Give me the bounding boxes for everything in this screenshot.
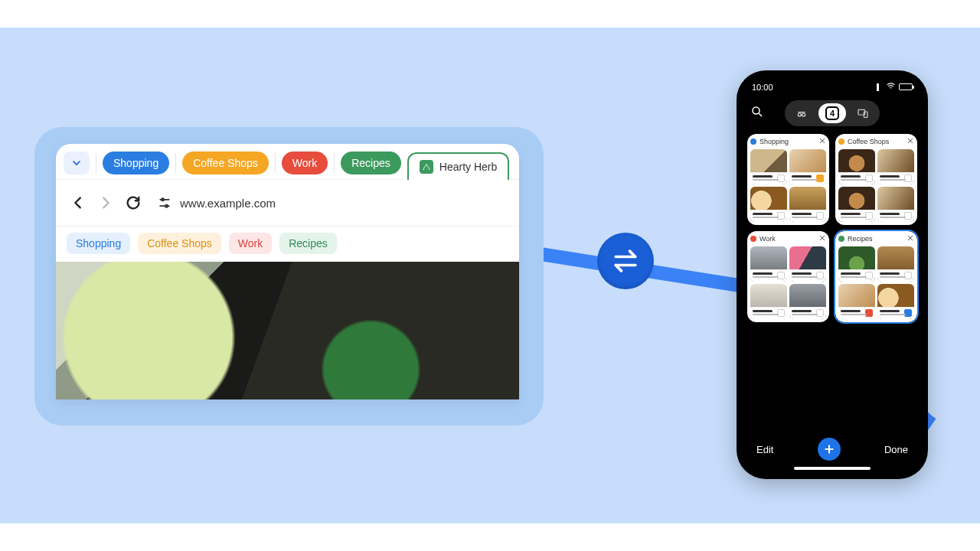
other-devices-button[interactable] [849, 103, 877, 123]
forward-icon[interactable] [97, 194, 114, 211]
group-dot-icon [750, 139, 756, 145]
close-group-button[interactable] [818, 137, 826, 146]
group-dot-icon [838, 236, 844, 242]
promo-stage: Shopping Coffee Shops Work Recipes Heart… [0, 28, 980, 523]
tab-thumbnail[interactable] [877, 149, 914, 184]
done-button[interactable]: Done [884, 444, 908, 455]
group-card-shopping[interactable]: Shopping [747, 134, 829, 225]
chip-coffee-shops[interactable]: Coffee Shops [138, 233, 221, 254]
bookmark-chips: Shopping Coffee Shops Work Recipes [56, 227, 519, 262]
svg-point-4 [802, 113, 805, 116]
tab-thumbnail[interactable] [789, 187, 826, 222]
tab-thumbnail[interactable] [838, 149, 875, 184]
browser-window: Shopping Coffee Shops Work Recipes Heart… [56, 144, 519, 399]
tab-groups-grid: Shopping Coffee Shops [744, 134, 920, 430]
close-group-button[interactable] [906, 137, 914, 146]
group-title: Work [760, 235, 815, 243]
tab-thumbnail[interactable] [789, 246, 826, 282]
address-bar[interactable]: www.example.com [152, 189, 505, 217]
tab-group-coffee-shops[interactable]: Coffee Shops [182, 152, 269, 174]
tab-thumbnail[interactable] [750, 187, 787, 222]
search-tabs-button[interactable] [750, 105, 764, 122]
tab-thumbnail[interactable] [877, 284, 914, 319]
tab-thumbnail[interactable] [750, 246, 787, 282]
battery-icon [899, 83, 913, 90]
signal-icon [872, 83, 883, 91]
active-tab-title: Hearty Herb [439, 161, 497, 173]
site-favicon-icon [420, 160, 433, 174]
desktop-browser-frame: Shopping Coffee Shops Work Recipes Heart… [34, 127, 544, 425]
close-group-button[interactable] [906, 234, 914, 243]
tab-switcher-toolbar: 4 [744, 97, 920, 134]
group-card-coffee-shops[interactable]: Coffee Shops [835, 134, 917, 225]
tab-thumbnail[interactable] [750, 284, 787, 319]
group-card-work[interactable]: Work [747, 231, 829, 322]
chip-shopping[interactable]: Shopping [67, 233, 130, 254]
tab-group-work[interactable]: Work [282, 152, 328, 174]
open-tabs-count: 4 [825, 106, 839, 120]
tab-thumbnail[interactable] [838, 187, 875, 222]
phone-frame: 10:00 4 [737, 70, 928, 479]
home-indicator [794, 467, 871, 470]
tab-thumbnail[interactable] [838, 246, 875, 282]
tab-thumbnail[interactable] [750, 149, 787, 184]
tab-thumbnail[interactable] [877, 246, 914, 282]
tab-thumbnail[interactable] [877, 187, 914, 222]
incognito-tabs-button[interactable] [788, 103, 815, 123]
tab-thumbnail[interactable] [789, 149, 826, 184]
status-bar: 10:00 [744, 81, 920, 97]
active-tab[interactable]: Hearty Herb [407, 152, 509, 180]
group-dot-icon [838, 139, 844, 145]
chip-recipes[interactable]: Recipes [279, 233, 337, 254]
url-text: www.example.com [180, 197, 276, 210]
tab-groups-menu-button[interactable] [64, 152, 90, 174]
page-hero-image [56, 262, 519, 399]
tab-group-recipes[interactable]: Recipes [341, 152, 401, 174]
tab-group-shopping[interactable]: Shopping [103, 152, 169, 174]
tab-switcher-bottom-bar: Edit Done [744, 430, 920, 462]
tab-thumbnail[interactable] [838, 284, 875, 319]
group-title: Coffee Shops [848, 138, 903, 145]
site-settings-icon[interactable] [157, 195, 172, 210]
new-tab-button[interactable] [818, 438, 841, 461]
group-title: Recipes [848, 235, 903, 243]
wifi-icon [886, 81, 896, 93]
reload-icon[interactable] [125, 194, 142, 211]
clock: 10:00 [752, 83, 773, 92]
group-card-recipes[interactable]: Recipes [835, 231, 917, 322]
svg-point-3 [798, 113, 801, 116]
group-dot-icon [750, 236, 756, 242]
group-title: Shopping [760, 138, 815, 145]
toolbar: www.example.com [56, 180, 519, 227]
tab-strip: Shopping Coffee Shops Work Recipes Heart… [56, 144, 519, 180]
open-tabs-count-button[interactable]: 4 [818, 103, 846, 123]
edit-button[interactable]: Edit [756, 444, 773, 455]
tab-thumbnail[interactable] [789, 284, 826, 319]
close-group-button[interactable] [818, 234, 826, 243]
chip-work[interactable]: Work [229, 233, 272, 254]
tab-switcher-segment: 4 [785, 100, 880, 126]
svg-point-2 [753, 107, 760, 114]
back-icon[interactable] [70, 194, 87, 211]
sync-icon [597, 233, 654, 289]
